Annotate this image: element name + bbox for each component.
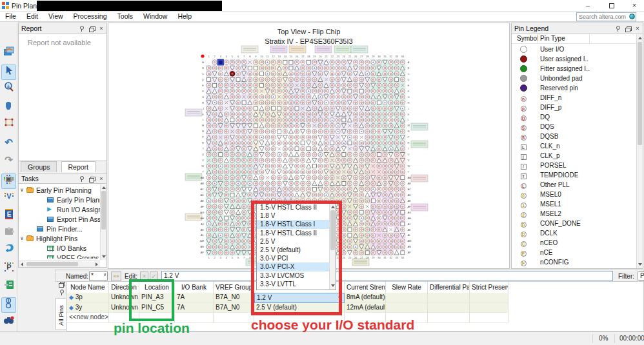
float-panel-icon[interactable]	[87, 25, 95, 32]
wildcard-helper-button[interactable]: «»	[111, 271, 121, 281]
minimize-button[interactable]: –	[578, 0, 598, 12]
float-panel-icon[interactable]	[87, 175, 95, 182]
column-header-current-strength[interactable]: Current Strength	[345, 282, 386, 293]
tab-all-pins[interactable]: All Pins	[57, 305, 65, 326]
cell-slew_rate[interactable]	[386, 303, 428, 313]
column-header-differential-pair[interactable]: Differential Pair	[428, 282, 470, 293]
column-header-node-name[interactable]: Node Name	[67, 282, 109, 293]
legend-symbol-nce: E	[517, 249, 530, 257]
named-combobox[interactable]: *∨	[89, 271, 108, 281]
redo-icon[interactable]: ↷	[1, 153, 16, 168]
globe-search-icon[interactable]	[629, 14, 635, 19]
pin-panel-icon[interactable]	[613, 25, 621, 32]
cell-vref_group[interactable]: B7A_N0	[214, 303, 254, 313]
tasks-tree-item[interactable]: I/O Banks	[19, 244, 106, 253]
cell-diff_pair[interactable]	[428, 303, 470, 313]
search-input[interactable]	[576, 12, 636, 21]
close-button[interactable]: ×	[625, 0, 644, 12]
package-view-icon[interactable]	[1, 173, 16, 189]
svg-text:20: 20	[319, 55, 322, 58]
cell-strict_pres[interactable]	[470, 303, 508, 313]
tasks-panel-header: Tasks ×	[19, 173, 106, 184]
column-header-vref-group[interactable]: VREF Group	[214, 282, 254, 293]
close-panel-icon[interactable]: ×	[97, 175, 105, 182]
tasks-tree-item[interactable]: Early Pin Planning	[19, 195, 106, 205]
menu-tools[interactable]: Tools	[112, 12, 139, 21]
tasks-tree-item[interactable]: ∨Highlight Pins	[19, 234, 106, 244]
edit-connections-icon[interactable]	[1, 280, 16, 295]
close-panel-icon[interactable]: ×	[634, 25, 641, 32]
pin-panel-icon[interactable]	[57, 288, 65, 296]
menu-file[interactable]: File	[0, 12, 21, 21]
svg-text:27: 27	[360, 55, 363, 58]
menu-window[interactable]: Window	[138, 12, 172, 21]
menu-help[interactable]: Help	[172, 12, 197, 21]
column-header-strict-preservation[interactable]: Strict Preservation	[470, 282, 508, 293]
cell-io_bank[interactable]: 7A	[175, 303, 214, 313]
close-panel-icon[interactable]: ×	[97, 25, 105, 32]
cell-name[interactable]: ◆ 3y	[67, 303, 109, 313]
pin-symbol-glyph: F	[521, 261, 527, 266]
pin-panel-icon[interactable]	[77, 175, 85, 182]
legend-label: DIFF_n	[540, 94, 561, 101]
tasks-tree-item[interactable]: VREF Groups	[19, 253, 106, 259]
tree-expander-icon[interactable]: ∨	[20, 187, 24, 193]
cell-diff_pair[interactable]	[428, 293, 470, 303]
tasks-tree-item[interactable]: ▶Run I/O Assignme	[19, 205, 106, 215]
back-annotate-icon[interactable]	[1, 244, 16, 260]
maximize-button[interactable]	[602, 0, 621, 12]
cell-strict_pres[interactable]	[470, 293, 508, 303]
column-header-slew-rate[interactable]: Slew Rate	[386, 282, 428, 293]
properties-icon[interactable]	[1, 226, 16, 242]
cell-strict_pres[interactable]	[470, 313, 508, 323]
svg-text:AB: AB	[201, 182, 205, 185]
svg-text:16: 16	[296, 55, 299, 58]
zoom-icon[interactable]: ±	[1, 82, 16, 97]
float-panel-icon[interactable]	[623, 25, 631, 32]
tasks-tree-item[interactable]: Export Pin Assign	[19, 215, 106, 224]
table-icon	[47, 246, 54, 251]
cell-current_strength[interactable]: 8mA (default)	[345, 293, 386, 303]
pin-panel-icon[interactable]	[77, 25, 85, 32]
cell-diff_pair[interactable]	[428, 313, 470, 323]
tree-item-label: Run I/O Assignme	[57, 206, 106, 213]
io-assignment-icon[interactable]	[1, 297, 16, 313]
new-node-cell[interactable]: <<new node>>	[67, 313, 109, 323]
svg-text:10: 10	[260, 55, 263, 58]
select-arrow-icon[interactable]	[1, 64, 16, 80]
fit-view-icon[interactable]	[1, 117, 16, 133]
node-diamond-icon: ◆	[69, 294, 74, 301]
filter-combobox[interactable]: Pins: all	[638, 271, 644, 281]
cascade-windows-icon[interactable]	[1, 46, 16, 62]
column-header-i-o-bank[interactable]: I/O Bank	[175, 282, 214, 293]
svg-text:AH: AH	[200, 217, 204, 220]
pad-view-icon[interactable]: E	[1, 209, 16, 224]
legend-symbol-clk-p: ∫	[517, 152, 530, 160]
cell-io_bank[interactable]: 7A	[175, 293, 214, 303]
pin-finder-icon[interactable]	[1, 315, 16, 331]
cell-vref_group[interactable]	[214, 313, 254, 323]
tasks-horizontal-scrollbar[interactable]	[19, 261, 100, 267]
svg-text:AP: AP	[201, 251, 205, 254]
menu-processing[interactable]: Processing	[68, 12, 112, 21]
tab-report[interactable]: Report	[61, 161, 96, 172]
legend-scrollbar[interactable]	[636, 34, 643, 268]
cell-name[interactable]: ◆ 3p	[67, 293, 109, 303]
tab-groups[interactable]: Groups	[21, 161, 57, 172]
edit-value-field[interactable]: 1.2 V	[161, 271, 613, 281]
menu-edit[interactable]: Edit	[21, 12, 43, 21]
pin-migration-icon[interactable]: V	[1, 191, 16, 206]
svg-text:W: W	[201, 164, 204, 168]
menu-view[interactable]: View	[43, 12, 68, 21]
tree-expander-icon[interactable]: ∨	[20, 235, 24, 241]
svg-text:21: 21	[325, 55, 328, 58]
pan-hand-icon[interactable]	[1, 100, 16, 115]
cell-current_strength[interactable]: 12mA (default)	[345, 303, 386, 313]
tasks-tree-item[interactable]: ∨Early Pin Planning	[19, 186, 106, 195]
cell-vref_group[interactable]: B7A_N0	[214, 293, 254, 303]
tasks-tree-item[interactable]: Pin Finder...	[19, 224, 106, 234]
tasks-vertical-scrollbar[interactable]	[100, 184, 106, 260]
cell-slew_rate[interactable]	[386, 293, 428, 303]
undo-icon[interactable]: ↶	[1, 135, 16, 151]
pattern-icon[interactable]: P	[1, 262, 16, 277]
